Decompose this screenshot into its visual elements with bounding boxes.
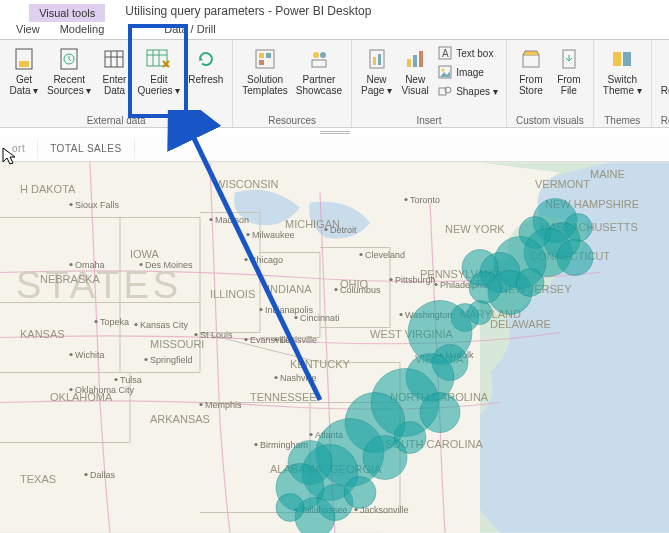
shapes-icon (437, 83, 453, 99)
data-bubble[interactable] (557, 240, 593, 276)
svg-rect-8 (147, 50, 167, 66)
get-data-button[interactable]: Get Data ▾ (5, 44, 43, 98)
svg-point-54 (359, 253, 362, 256)
partner-showcase-label: Partner Showcase (296, 74, 342, 96)
city-label: St Louis (200, 330, 233, 340)
data-bubble[interactable] (394, 422, 426, 454)
svg-rect-4 (105, 51, 123, 67)
svg-point-68 (434, 283, 437, 286)
state-label: ILLINOIS (210, 288, 255, 300)
data-bubble[interactable] (344, 477, 376, 509)
city-label: Topeka (100, 317, 129, 327)
from-store-button[interactable]: From Store (512, 44, 550, 98)
solution-templates-button[interactable]: Solution Templates (238, 44, 292, 98)
edit-queries-icon (145, 46, 173, 72)
svg-rect-13 (259, 53, 264, 58)
from-store-icon (517, 46, 545, 72)
svg-rect-18 (312, 60, 326, 67)
svg-point-59 (144, 358, 147, 361)
page-tab-bar: ort TOTAL SALES (0, 136, 669, 162)
svg-point-60 (244, 338, 247, 341)
ribbon-group-themes: Switch Theme ▾ Themes (594, 40, 652, 127)
ribbon-group-insert: New Page ▾ New Visual A Text box Image (352, 40, 507, 127)
svg-rect-22 (407, 59, 411, 67)
refresh-icon (192, 46, 220, 72)
data-bubble[interactable] (420, 393, 460, 433)
from-file-button[interactable]: From File (550, 44, 588, 98)
from-store-label: From Store (519, 74, 543, 96)
page-tab-report[interactable]: ort (0, 138, 38, 159)
svg-rect-1 (19, 61, 29, 67)
svg-rect-12 (256, 50, 274, 68)
new-visual-button[interactable]: New Visual (396, 44, 434, 98)
state-label: WISCONSIN (215, 178, 279, 190)
page-tab-total-sales[interactable]: TOTAL SALES (38, 138, 134, 159)
map-visual[interactable]: D STATES H DAKOTANEBRASKAKANSASOKLAHOMAT… (0, 162, 669, 533)
svg-point-64 (309, 433, 312, 436)
enter-data-button[interactable]: Enter Data (95, 44, 133, 98)
new-page-button[interactable]: New Page ▾ (357, 44, 396, 98)
ribbon-group-label-external: External data (5, 114, 227, 126)
city-label: Omaha (75, 260, 105, 270)
desktop-window: Visual tools Utilising query parameters … (0, 0, 669, 533)
ribbon: Get Data ▾ Recent Sources ▾ Enter Data E… (0, 40, 669, 128)
text-box-icon: A (437, 45, 453, 61)
city-label: Tulsa (120, 375, 142, 385)
svg-point-47 (84, 473, 87, 476)
svg-point-17 (320, 52, 326, 58)
text-box-button[interactable]: A Text box (434, 44, 501, 62)
state-label: TEXAS (20, 473, 56, 485)
data-bubble[interactable] (469, 272, 501, 304)
edit-queries-button[interactable]: Edit Queries ▾ (133, 44, 184, 98)
manage-relationships-label: Manage Relationships (661, 74, 669, 96)
ribbon-group-label-custom: Custom visuals (512, 114, 588, 126)
svg-point-58 (194, 333, 197, 336)
state-label: IOWA (130, 248, 160, 260)
recent-sources-button[interactable]: Recent Sources ▾ (43, 44, 95, 98)
partner-showcase-icon (305, 46, 333, 72)
city-label: Cincinnati (300, 313, 340, 323)
city-label: Sioux Falls (75, 200, 120, 210)
ribbon-group-relationships: Manage Relationships Relationships (652, 40, 669, 127)
data-bubble[interactable] (468, 301, 492, 325)
tab-modeling[interactable]: Modeling (50, 22, 115, 39)
svg-point-28 (442, 69, 445, 72)
title-tab-spacer (0, 4, 29, 22)
svg-point-46 (69, 353, 72, 356)
svg-point-52 (324, 228, 327, 231)
partner-showcase-button[interactable]: Partner Showcase (292, 44, 346, 98)
new-visual-icon (401, 46, 429, 72)
manage-relationships-button[interactable]: Manage Relationships (657, 44, 669, 98)
state-label: KANSAS (20, 328, 65, 340)
data-bubble[interactable] (276, 494, 304, 522)
tab-view[interactable]: View (6, 22, 50, 39)
ribbon-collapse-handle[interactable] (315, 130, 355, 134)
switch-theme-button[interactable]: Switch Theme ▾ (599, 44, 646, 98)
svg-point-56 (294, 316, 297, 319)
city-label: Nashville (280, 373, 317, 383)
svg-rect-24 (419, 51, 423, 67)
city-label: Columbus (340, 285, 381, 295)
svg-point-43 (134, 323, 137, 326)
ribbon-group-custom-visuals: From Store From File Custom visuals (507, 40, 594, 127)
shapes-label: Shapes ▾ (456, 86, 498, 97)
switch-theme-icon (608, 46, 636, 72)
ribbon-group-label-insert: Insert (357, 114, 501, 126)
state-label: ARKANSAS (150, 413, 210, 425)
image-button[interactable]: Image (434, 63, 501, 81)
switch-theme-label: Switch Theme ▾ (603, 74, 642, 96)
tab-data-drill[interactable]: Data / Drill (154, 22, 225, 39)
refresh-button[interactable]: Refresh (184, 44, 227, 87)
contextual-tab-visual-tools[interactable]: Visual tools (29, 4, 105, 22)
state-label: NEW YORK (445, 223, 505, 235)
svg-point-48 (246, 233, 249, 236)
svg-rect-34 (623, 52, 631, 66)
refresh-label: Refresh (188, 74, 223, 85)
ribbon-group-resources: Solution Templates Partner Showcase Reso… (233, 40, 352, 127)
city-label: Evansville (250, 335, 291, 345)
data-bubble[interactable] (516, 269, 544, 297)
shapes-button[interactable]: Shapes ▾ (434, 82, 501, 100)
svg-point-41 (139, 263, 142, 266)
svg-point-61 (199, 403, 202, 406)
solution-templates-icon (251, 46, 279, 72)
